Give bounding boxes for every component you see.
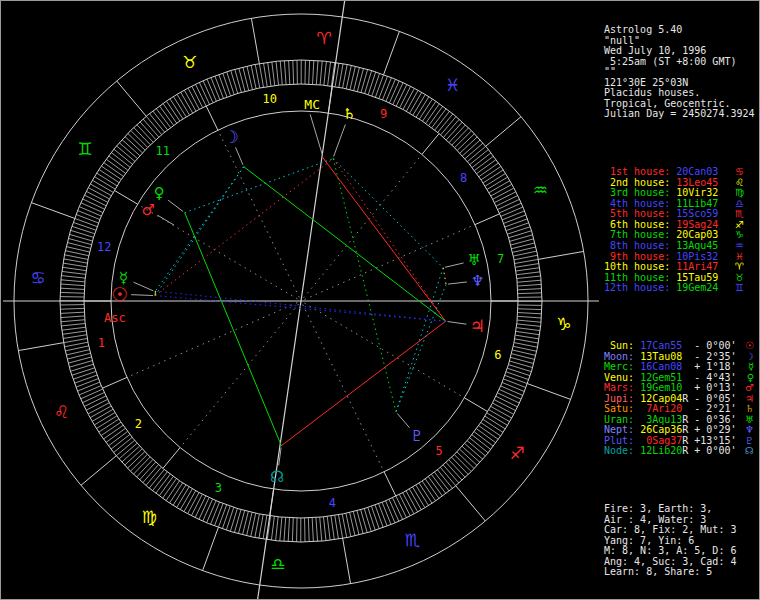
degree-tick (226, 507, 233, 530)
degree-tick (372, 73, 380, 96)
degree-tick (71, 230, 94, 237)
degree-tick (64, 338, 88, 342)
degree-tick (60, 288, 84, 289)
degree-tick (61, 280, 85, 282)
degree-tick (327, 516, 330, 540)
degree-tick (227, 72, 234, 95)
degree-tick (496, 196, 518, 207)
planet-velocity: - 2°35' (688, 351, 736, 362)
degree-tick (514, 255, 538, 260)
degree-tick (251, 513, 256, 536)
house-label: 7th house: (604, 229, 676, 240)
degree-tick (320, 517, 322, 541)
sign-divider (203, 527, 219, 570)
degree-tick (517, 324, 541, 327)
degree-tick (188, 88, 199, 109)
sign-divider (251, 18, 259, 63)
degree-tick (199, 498, 209, 520)
house-number-3: 3 (215, 481, 222, 495)
house-number-9: 9 (380, 107, 387, 121)
degree-tick (81, 389, 103, 399)
degree-tick (316, 61, 318, 85)
degree-tick (83, 199, 105, 209)
house-cusp-position: 19Gem24 (676, 282, 718, 293)
degree-tick (515, 264, 539, 268)
house-cusp-line (218, 130, 299, 297)
sign-glyph-cancer: ♋ (30, 268, 45, 288)
degree-tick (515, 335, 539, 339)
degree-tick (507, 227, 530, 234)
degree-tick (343, 64, 348, 88)
degree-tick (61, 276, 85, 279)
aspect-line (155, 167, 244, 296)
degree-tick (513, 346, 536, 351)
sign-divider (538, 251, 583, 259)
house-number-4: 4 (329, 496, 336, 510)
planet-label: Jupi: (604, 393, 640, 404)
saturn-glyph: ♄ (342, 105, 355, 123)
degree-tick (255, 514, 260, 538)
planet-row-node: Node: 12Lib20R + 0°00'☊ (604, 446, 756, 457)
degree-tick (331, 516, 334, 540)
degree-tick (65, 346, 88, 351)
degree-tick (259, 515, 263, 539)
sign-glyph-capricorn: ♑ (556, 314, 571, 334)
moon-pointer (236, 147, 243, 164)
degree-tick (342, 514, 347, 538)
degree-tick (507, 368, 530, 375)
degree-tick (230, 508, 237, 531)
degree-tick (499, 203, 521, 213)
mars-pointer (158, 215, 174, 225)
planet-velocity: +13°15' (688, 435, 736, 446)
mercury-pointer (134, 282, 154, 291)
degree-tick (513, 251, 536, 256)
planet-position: 7Ari20 (640, 403, 682, 414)
degree-tick (271, 516, 274, 540)
info-panel: Astrolog 5.40"null"Wed July 10, 1996 5:2… (604, 4, 756, 599)
uranus-glyph: ♅ (468, 251, 481, 269)
degree-tick (203, 81, 213, 103)
planet-position: 13Tau08 (640, 351, 682, 362)
degree-tick (264, 63, 268, 87)
house-number-11: 11 (156, 144, 170, 158)
degree-tick (223, 73, 231, 96)
house-label: 3rd house: (604, 187, 676, 198)
degree-tick (393, 498, 403, 520)
house-cusp-spoke (114, 190, 137, 204)
degree-tick (502, 382, 524, 391)
degree-tick (259, 64, 263, 88)
degree-tick (368, 72, 375, 95)
zodiac-sign-icon: ♊ (735, 283, 744, 294)
degree-tick (386, 79, 395, 101)
sign-glyph-scorpio: ♏ (405, 530, 420, 550)
degree-tick (498, 393, 520, 403)
degree-tick (214, 504, 223, 526)
house-cusp-position: 20Can03 (676, 166, 718, 177)
planet-label: Satu: (604, 403, 640, 414)
degree-tick (73, 222, 96, 230)
house-label: 9th house: (604, 251, 676, 262)
planet-position: 26Cap36 (640, 424, 682, 435)
house-cusp-position: 10Vir32 (676, 187, 718, 198)
planet-position-list: Sun: 17Can55 - 0°00'☉Moon: 13Tau08 - 2°3… (604, 341, 756, 457)
aspect-line (155, 291, 445, 321)
house-number-7: 7 (497, 252, 504, 266)
mc-pointer (310, 114, 322, 154)
planet-position: 12Gem51 (640, 372, 682, 383)
degree-tick (191, 494, 202, 515)
planet-label: Moon: (604, 351, 640, 362)
house-cusp-position: 11Lib47 (676, 198, 718, 209)
house-cusp-position: 20Cap03 (676, 229, 718, 240)
house-cusp-position: 15Sco59 (676, 208, 718, 219)
degree-tick (268, 62, 271, 86)
degree-tick (195, 496, 206, 518)
degree-tick (62, 267, 86, 270)
degree-tick (335, 63, 339, 87)
planet-label: Sun: (604, 340, 640, 351)
house-cusp-position: 15Tau59 (676, 272, 718, 283)
chart-statistics: Fire: 3, Earth: 3,Air : 4, Water: 3Car: … (604, 504, 756, 578)
degree-tick (272, 62, 275, 86)
uranus-pointer (445, 263, 464, 267)
planet-velocity: - 0°36' (688, 414, 736, 425)
degree-tick (61, 316, 85, 318)
